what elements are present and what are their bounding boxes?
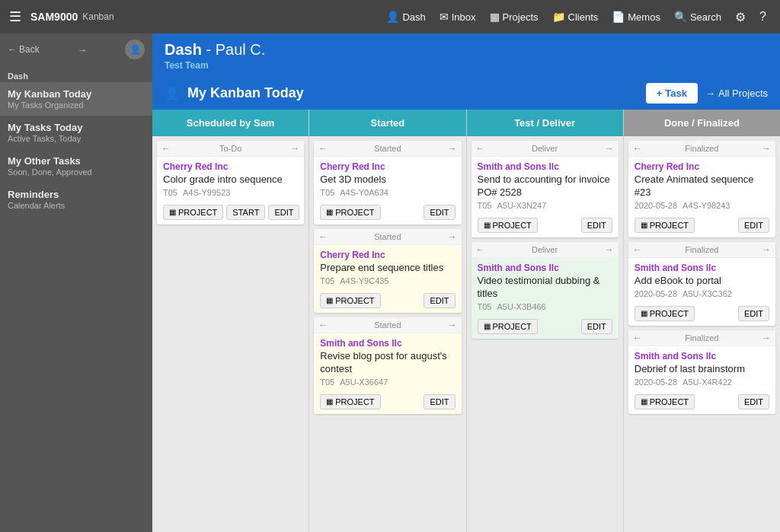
sidebar-section-title: Dash bbox=[0, 65, 152, 82]
card-footer: ▦ PROJECT EDIT bbox=[314, 290, 461, 313]
card-next-arrow[interactable]: → bbox=[605, 143, 614, 154]
card-color-grade: ← To-Do → Cherry Red Inc Color grade int… bbox=[157, 141, 304, 225]
nav-projects[interactable]: ▦ Projects bbox=[485, 8, 543, 26]
card-prev-arrow[interactable]: ← bbox=[476, 244, 485, 255]
card-client[interactable]: Smith and Sons llc bbox=[635, 263, 769, 273]
card-task: Revise blog post for august's contest bbox=[320, 350, 455, 376]
sidebar-item-title: My Kanban Today bbox=[8, 88, 145, 100]
nav-settings[interactable]: ⚙ bbox=[730, 7, 750, 27]
card-next-arrow[interactable]: → bbox=[762, 143, 771, 154]
project-button[interactable]: ▦ PROJECT bbox=[320, 394, 380, 409]
kanban-user-icon: 👤 bbox=[165, 86, 180, 100]
card-client[interactable]: Smith and Sons llc bbox=[478, 161, 612, 172]
card-prev-arrow[interactable]: ← bbox=[633, 244, 642, 255]
plus-icon: + bbox=[657, 88, 663, 99]
card-next-arrow[interactable]: → bbox=[762, 244, 771, 255]
card-prev-arrow[interactable]: ← bbox=[476, 143, 485, 154]
nav-dash[interactable]: 👤 Dash bbox=[382, 8, 430, 26]
project-button[interactable]: ▦ PROJECT bbox=[478, 319, 538, 334]
inbox-icon: ✉ bbox=[440, 11, 449, 23]
project-button[interactable]: ▦ PROJECT bbox=[635, 218, 695, 233]
nav-clients[interactable]: 📁 Clients bbox=[548, 8, 603, 26]
card-next-arrow[interactable]: → bbox=[605, 244, 614, 255]
main-layout: ← Back → 👤 Dash My Kanban Today My Tasks… bbox=[0, 33, 780, 532]
all-projects-button[interactable]: → All Projects bbox=[705, 88, 768, 99]
header-user-title: Dash - Paul C. bbox=[165, 41, 768, 59]
card-prev-arrow[interactable]: ← bbox=[161, 143, 171, 154]
forward-arrow-icon[interactable]: → bbox=[77, 44, 87, 56]
card-client[interactable]: Smith and Sons llc bbox=[478, 263, 612, 273]
projects-icon: ▦ bbox=[490, 11, 500, 23]
add-task-button[interactable]: + Task bbox=[646, 83, 698, 104]
sidebar-item-my-tasks[interactable]: My Tasks Today Active Tasks, Today bbox=[0, 116, 152, 149]
card-task: Create Animated sequence #23 bbox=[635, 174, 769, 199]
sidebar-item-subtitle: My Tasks Organized bbox=[8, 100, 145, 110]
card-status: Deliver bbox=[532, 245, 558, 254]
sidebar-item-title: My Other Tasks bbox=[8, 155, 145, 167]
hamburger-menu[interactable]: ☰ bbox=[9, 8, 21, 25]
card-prev-arrow[interactable]: ← bbox=[318, 231, 328, 242]
card-id: 2020-05-28 A5U-X3C362 bbox=[635, 289, 769, 298]
card-client[interactable]: Smith and Sons llc bbox=[320, 338, 455, 349]
project-button[interactable]: ▦ PROJECT bbox=[320, 205, 380, 220]
card-client[interactable]: Cherry Red Inc bbox=[320, 161, 455, 172]
start-button[interactable]: START bbox=[226, 205, 265, 220]
project-button[interactable]: ▦ PROJECT bbox=[478, 218, 538, 233]
card-client[interactable]: Cherry Red Inc bbox=[635, 161, 769, 172]
card-body: Smith and Sons llc Video testimonial dub… bbox=[472, 258, 619, 316]
card-status: Started bbox=[374, 232, 401, 241]
card-client[interactable]: Cherry Red Inc bbox=[320, 250, 455, 260]
column-body-deliver: ← Deliver → Smith and Sons llc Send to a… bbox=[467, 136, 623, 532]
card-body: Smith and Sons llc Revise blog post for … bbox=[314, 333, 461, 391]
card-next-arrow[interactable]: → bbox=[448, 231, 457, 242]
nav-search[interactable]: 🔍 Search bbox=[670, 8, 726, 26]
card-task: Video testimonial dubbing & titles bbox=[478, 275, 612, 301]
card-client[interactable]: Smith and Sons llc bbox=[635, 351, 769, 362]
edit-button[interactable]: EDIT bbox=[424, 394, 455, 409]
nav-memos[interactable]: 📄 Memos bbox=[607, 8, 665, 26]
grid-icon: ▦ bbox=[169, 208, 176, 216]
card-animated-seq: ← Finalized → Cherry Red Inc Create Anim… bbox=[628, 141, 775, 237]
card-prev-arrow[interactable]: ← bbox=[633, 333, 642, 343]
grid-icon: ▦ bbox=[326, 208, 333, 216]
project-button[interactable]: ▦ PROJECT bbox=[635, 306, 695, 321]
card-next-arrow[interactable]: → bbox=[448, 320, 457, 330]
column-body-scheduled: ← To-Do → Cherry Red Inc Color grade int… bbox=[152, 136, 308, 532]
sidebar-item-reminders[interactable]: Reminders Calendar Alerts bbox=[0, 183, 152, 216]
column-body-started: ← Started → Cherry Red Inc Get 3D models… bbox=[309, 136, 465, 532]
project-button[interactable]: ▦ PROJECT bbox=[635, 394, 695, 409]
card-next-arrow[interactable]: → bbox=[762, 333, 771, 343]
card-footer: ▦ PROJECT EDIT bbox=[472, 316, 619, 339]
sidebar-item-my-kanban[interactable]: My Kanban Today My Tasks Organized bbox=[0, 82, 152, 116]
card-prev-arrow[interactable]: ← bbox=[318, 320, 328, 330]
card-id: T05 A5U-X36647 bbox=[320, 377, 455, 387]
edit-button[interactable]: EDIT bbox=[738, 394, 769, 409]
nav-dash-label: Dash bbox=[402, 11, 425, 23]
edit-button[interactable]: EDIT bbox=[424, 293, 455, 308]
card-prev-arrow[interactable]: ← bbox=[633, 143, 642, 154]
card-task: Send to accounting for invoice PO# 2528 bbox=[478, 174, 612, 199]
edit-button[interactable]: EDIT bbox=[738, 218, 769, 233]
sidebar-item-subtitle: Calendar Alerts bbox=[8, 201, 145, 210]
edit-button[interactable]: EDIT bbox=[268, 205, 299, 220]
card-client[interactable]: Cherry Red Inc bbox=[163, 161, 298, 172]
nav-help[interactable]: ? bbox=[755, 7, 771, 27]
card-next-arrow[interactable]: → bbox=[448, 143, 457, 154]
edit-button[interactable]: EDIT bbox=[738, 306, 769, 321]
edit-button[interactable]: EDIT bbox=[424, 205, 455, 220]
project-button[interactable]: ▦ PROJECT bbox=[320, 293, 380, 308]
edit-button[interactable]: EDIT bbox=[581, 319, 612, 334]
card-body: Smith and Sons llc Send to accounting fo… bbox=[472, 157, 619, 215]
memos-icon: 📄 bbox=[612, 11, 625, 23]
column-body-done: ← Finalized → Cherry Red Inc Create Anim… bbox=[624, 136, 780, 532]
sidebar-header: ← Back → 👤 bbox=[0, 33, 152, 65]
nav-inbox[interactable]: ✉ Inbox bbox=[435, 8, 481, 26]
avatar[interactable]: 👤 bbox=[125, 40, 145, 59]
back-button[interactable]: ← Back bbox=[8, 44, 40, 55]
edit-button[interactable]: EDIT bbox=[581, 218, 612, 233]
card-prev-arrow[interactable]: ← bbox=[318, 143, 328, 154]
grid-icon: ▦ bbox=[641, 221, 647, 229]
sidebar-item-my-other[interactable]: My Other Tasks Soon, Done, Approved bbox=[0, 149, 152, 183]
card-next-arrow[interactable]: → bbox=[290, 143, 299, 154]
project-button[interactable]: ▦ PROJECT bbox=[163, 205, 223, 220]
